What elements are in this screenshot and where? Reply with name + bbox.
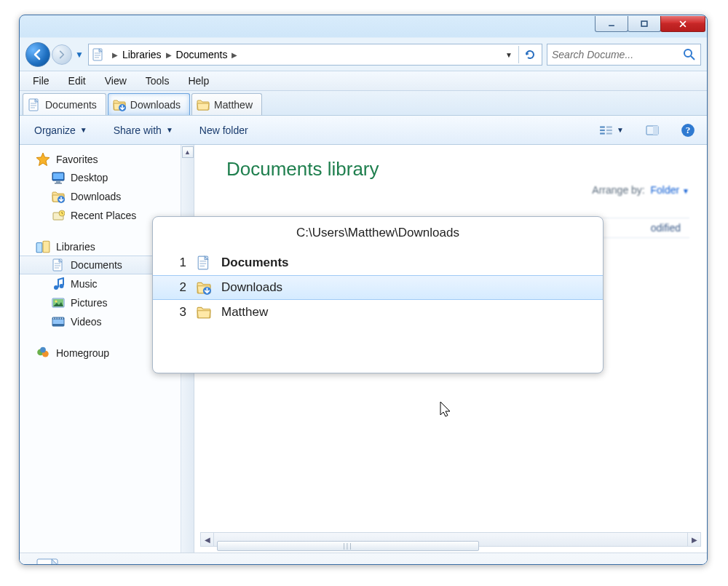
monitor-icon bbox=[52, 171, 65, 184]
refresh-icon bbox=[523, 48, 537, 61]
search-icon bbox=[683, 48, 696, 61]
menu-edit[interactable]: Edit bbox=[60, 74, 95, 88]
recent-icon bbox=[52, 209, 65, 222]
cursor-icon bbox=[440, 402, 451, 418]
search-placeholder: Search Docume... bbox=[552, 49, 633, 60]
scrollbar-thumb[interactable]: ||| bbox=[217, 541, 479, 551]
folder-download-icon bbox=[52, 190, 65, 203]
folder-download-icon bbox=[113, 98, 126, 111]
chevron-down-icon: ▼ bbox=[617, 126, 624, 134]
history-dropdown-icon[interactable]: ▼ bbox=[75, 50, 84, 60]
close-button[interactable] bbox=[660, 16, 705, 32]
preview-pane-button[interactable] bbox=[641, 123, 663, 138]
chevron-down-icon: ▼ bbox=[80, 126, 87, 134]
switcher-item-matthew[interactable]: 3 Matthew bbox=[153, 300, 603, 325]
chevron-right-icon: ▶ bbox=[232, 51, 237, 59]
address-dropdown-icon[interactable]: ▼ bbox=[501, 51, 517, 59]
folder-icon bbox=[197, 305, 211, 320]
toolbar: Organize ▼ Share with ▼ New folder ▼ bbox=[20, 116, 707, 145]
breadcrumb[interactable]: ▶ Libraries ▶ Documents ▶ bbox=[106, 44, 244, 65]
share-with-button[interactable]: Share with ▼ bbox=[108, 122, 179, 139]
pictures-icon bbox=[52, 296, 65, 309]
doc-icon bbox=[52, 258, 65, 272]
horizontal-scrollbar[interactable]: ◀ ||| ▶ bbox=[200, 532, 701, 547]
tab-downloads[interactable]: Downloads bbox=[108, 93, 190, 115]
help-icon bbox=[681, 123, 695, 138]
sidebar-item-downloads[interactable]: Downloads bbox=[20, 187, 181, 206]
nav-row: ▼ ▶ Libraries ▶ Documents ▶ ▼ Search Doc… bbox=[20, 39, 707, 71]
status-icon bbox=[31, 556, 63, 565]
tab-strip: Documents Downloads Matthew bbox=[20, 91, 707, 116]
menu-tools[interactable]: Tools bbox=[137, 74, 178, 88]
chevron-right-icon: ▶ bbox=[112, 51, 118, 59]
new-folder-button[interactable]: New folder bbox=[194, 122, 254, 139]
view-mode-button[interactable]: ▼ bbox=[596, 123, 627, 138]
chevron-right-icon: ▶ bbox=[166, 51, 172, 59]
switcher-path: C:\Users\Matthew\Downloads bbox=[153, 226, 603, 240]
doc-icon bbox=[197, 256, 211, 270]
tab-label: Documents bbox=[45, 99, 97, 111]
menu-help[interactable]: Help bbox=[179, 74, 218, 88]
scroll-left-icon[interactable]: ◀ bbox=[201, 533, 214, 546]
menu-view[interactable]: View bbox=[96, 74, 135, 88]
homegroup-icon bbox=[36, 346, 50, 360]
preview-pane-icon bbox=[644, 124, 660, 136]
column-modified[interactable]: odified bbox=[642, 222, 689, 234]
tab-label: Downloads bbox=[130, 99, 181, 111]
forward-button[interactable] bbox=[52, 44, 72, 65]
scroll-up-icon[interactable]: ▲ bbox=[182, 146, 194, 158]
back-button[interactable] bbox=[25, 42, 50, 67]
svg-rect-47 bbox=[641, 21, 647, 26]
location-icon bbox=[92, 48, 105, 61]
titlebar bbox=[20, 15, 707, 39]
minimize-button[interactable] bbox=[595, 16, 628, 32]
maximize-button[interactable] bbox=[628, 16, 661, 32]
star-icon bbox=[36, 152, 50, 167]
menubar: File Edit View Tools Help bbox=[20, 71, 707, 91]
folder-download-icon bbox=[197, 280, 211, 295]
scroll-right-icon[interactable]: ▶ bbox=[687, 533, 700, 546]
list-view-icon bbox=[599, 124, 614, 136]
breadcrumb-current[interactable]: Documents bbox=[176, 49, 228, 60]
music-icon bbox=[52, 277, 65, 290]
chevron-down-icon: ▼ bbox=[166, 126, 173, 134]
tab-documents[interactable]: Documents bbox=[23, 93, 106, 115]
explorer-window: ▼ ▶ Libraries ▶ Documents ▶ ▼ Search Doc… bbox=[19, 15, 708, 565]
breadcrumb-root[interactable]: Libraries bbox=[122, 49, 162, 60]
tab-label: Matthew bbox=[214, 99, 253, 111]
tab-switcher-popup: C:\Users\Matthew\Downloads 1 Documents 2… bbox=[152, 216, 604, 373]
doc-icon bbox=[28, 98, 41, 111]
videos-icon bbox=[52, 315, 65, 328]
search-input[interactable]: Search Docume... bbox=[547, 44, 701, 66]
folder-icon bbox=[197, 98, 210, 111]
tab-matthew[interactable]: Matthew bbox=[191, 93, 262, 115]
status-bar: 0 items bbox=[20, 553, 707, 565]
organize-button[interactable]: Organize ▼ bbox=[28, 122, 93, 139]
switcher-item-downloads[interactable]: 2 Downloads bbox=[153, 275, 603, 300]
sidebar-favorites-header[interactable]: Favorites bbox=[20, 151, 181, 168]
libraries-icon bbox=[36, 239, 50, 254]
switcher-item-documents[interactable]: 1 Documents bbox=[153, 250, 603, 275]
address-bar[interactable]: ▶ Libraries ▶ Documents ▶ ▼ bbox=[88, 44, 542, 66]
refresh-button[interactable] bbox=[518, 46, 540, 63]
library-title: Documents library bbox=[226, 158, 379, 181]
arrange-by[interactable]: Arrange by: Folder ▼ bbox=[592, 184, 689, 196]
menu-file[interactable]: File bbox=[24, 74, 58, 88]
sidebar-item-desktop[interactable]: Desktop bbox=[20, 168, 181, 187]
help-button[interactable] bbox=[678, 122, 698, 139]
